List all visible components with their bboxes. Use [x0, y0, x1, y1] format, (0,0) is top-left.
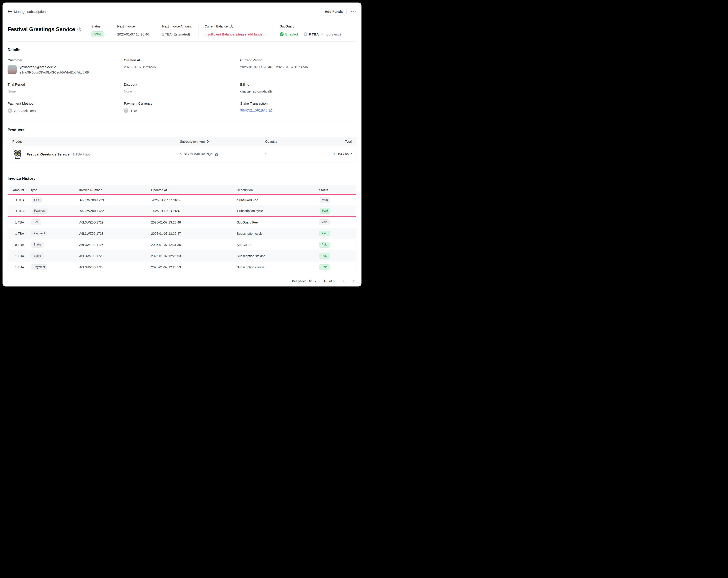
invoice-status-cell: Paid	[315, 208, 356, 213]
payment-method-icon: A	[7, 108, 12, 113]
invoice-updated-at: 2025-01-07 13:26:48	[147, 221, 233, 224]
divider	[274, 25, 274, 37]
payment-currency-icon: T	[124, 108, 128, 113]
field-trial-period: Trial Period None	[7, 82, 124, 93]
field-current-period: Current Period 2025-01-07 14:26:46 ~ 202…	[240, 58, 357, 74]
invoice-status-badge: Paid	[319, 253, 330, 259]
invoice-description: SubGuard Fee	[233, 198, 315, 202]
invoice-number: A6L3WZ00-1732	[76, 209, 148, 213]
invoice-status-badge: Paid	[319, 208, 330, 213]
invoice-type-cell: Stake	[27, 253, 75, 259]
per-page-select[interactable]: 10	[309, 279, 317, 283]
arrow-left-icon	[7, 10, 12, 13]
product-name: Festival Greetings Service	[27, 152, 70, 156]
field-billing: Billing charge_automatically	[240, 82, 357, 93]
subscription-header: Festival Greetings Service Status Active…	[7, 24, 357, 37]
dot-icon	[351, 11, 352, 12]
invoice-description: Subscription cycle	[233, 232, 315, 235]
product-price: 1 TBA / hour	[73, 152, 92, 156]
invoice-number: A6L3WZ00-1728	[75, 232, 147, 235]
top-bar: Manage subscriptions Add Funds	[7, 7, 357, 15]
created-at-value: 2025-01-07 12:26:46	[124, 65, 240, 69]
add-funds-button[interactable]: Add Funds	[321, 8, 346, 15]
tba-coin-icon: T	[304, 32, 308, 36]
product-total: 1 TBA / hour	[316, 152, 356, 156]
invoice-type-cell: Payment	[27, 231, 75, 236]
header-stats: Status Active Next Invoice 2025-01-07 15…	[92, 24, 341, 37]
invoice-history-heading: Invoice History	[7, 176, 357, 181]
subscription-detail-page: Manage subscriptions Add Funds Festival …	[2, 2, 362, 286]
invoice-description: SubGuard	[233, 243, 315, 247]
stat-next-invoice-value: 2025-01-07 15:26:46	[117, 31, 149, 37]
stat-subguard-label: SubGuard	[280, 25, 341, 28]
field-customer: Customer yexiaofang@arcblock.io z1no9R6q…	[7, 58, 124, 74]
products-heading: Products	[7, 128, 357, 132]
invoice-status-badge: Paid	[319, 264, 330, 270]
per-page-label: Per page:	[292, 279, 306, 283]
invoice-type-badge: Payment	[32, 208, 48, 213]
trial-period-value: None	[7, 89, 124, 93]
product-row: Festival Greetings Service 1 TBA / hour …	[8, 146, 356, 162]
back-to-manage-subscriptions[interactable]: Manage subscriptions	[7, 9, 47, 14]
invoice-number: A6L3WZ00-1725	[75, 243, 147, 247]
invoice-status-badge: Void	[319, 219, 330, 225]
divider	[301, 32, 301, 36]
discount-value: None	[124, 89, 240, 93]
invoice-updated-at: 2025-01-07 14:26:50	[148, 198, 233, 202]
details-grid: Customer yexiaofang@arcblock.io z1no9R6q…	[7, 58, 357, 121]
external-link-icon	[269, 108, 272, 112]
billing-value: charge_automatically	[240, 89, 357, 93]
stat-next-invoice: Next Invoice 2025-01-07 15:26:46	[117, 24, 149, 37]
invoice-updated-at: 2025-01-07 14:26:49	[148, 209, 233, 213]
next-page-button[interactable]	[350, 278, 357, 284]
invoice-description: Subscription create	[233, 266, 315, 269]
stake-transaction-link[interactable]: 96A052...5F1BA5	[240, 108, 272, 112]
invoice-number: A6L3WZ00-1723	[75, 266, 147, 269]
invoice-status-cell: Void	[315, 197, 356, 203]
info-icon[interactable]	[77, 27, 81, 31]
invoice-table-header: Amount type Invoice Number Updated At De…	[8, 186, 356, 194]
stat-current-balance-label: Current Balance	[205, 25, 228, 28]
invoice-type-cell: Payment	[27, 208, 76, 213]
invoice-updated-at: 2025-01-07 12:31:36	[147, 243, 233, 247]
invoice-description: SubGuard Fee	[233, 221, 315, 224]
insufficient-balance-link[interactable]: Insufficient Balance, please add funds→	[205, 31, 267, 37]
invoice-status-cell: Paid	[315, 264, 356, 270]
subguard-amount: 8 TBA	[309, 32, 319, 36]
invoice-description: Subscription staking	[233, 254, 315, 258]
customer-avatar[interactable]	[7, 65, 17, 74]
section-divider	[7, 170, 357, 170]
products-table-header: Product Subscription Item ID Quantity To…	[8, 137, 356, 146]
invoice-number: A6L3WZ00-1723	[75, 254, 147, 258]
pagination: Per page: 10 1-6 of 6	[7, 278, 357, 284]
chevron-left-icon	[342, 279, 346, 283]
invoice-table-body: 1 TBAFeeA6L3WZ00-17332025-01-07 14:26:50…	[8, 194, 356, 273]
field-created-at: Created At 2025-01-07 12:26:46	[124, 58, 240, 74]
invoice-updated-at: 2025-01-07 13:26:47	[147, 232, 233, 235]
invoice-status-badge: Void	[319, 197, 330, 203]
invoice-amount: 1 TBA	[8, 266, 27, 269]
invoice-type-badge: Fee	[31, 219, 41, 225]
subguard-estimate: (4 hours est.)	[321, 32, 341, 36]
invoice-updated-at: 2025-01-07 12:26:53	[147, 266, 233, 269]
invoice-status-cell: Paid	[315, 242, 356, 248]
invoice-amount: 1 TBA	[8, 221, 27, 224]
stat-subguard: SubGuard Enabled T 8 TBA (4 hours est.)	[280, 24, 341, 37]
stat-next-invoice-label: Next Invoice	[117, 25, 149, 28]
back-link-label: Manage subscriptions	[14, 9, 47, 14]
invoice-status-cell: Paid	[315, 231, 356, 236]
invoice-type-cell: Payment	[27, 264, 75, 270]
info-icon[interactable]	[230, 25, 233, 28]
subscription-item-id: si_sLYYHh4K1nOzQn	[180, 152, 212, 156]
more-options-button[interactable]	[350, 9, 357, 14]
copy-icon[interactable]	[214, 152, 218, 156]
prev-page-button[interactable]	[340, 278, 347, 284]
customer-did: z1no9R6qurQfVu9L4SCzgfGWb4DXfAkg5R9	[20, 70, 89, 74]
arrow-right-icon: →	[263, 32, 267, 36]
stat-next-invoice-amount: Next Invoice Amount 1 TBA (Estimated)	[162, 24, 191, 37]
invoice-type-cell: Fee	[27, 197, 76, 203]
invoice-status-badge: Paid	[319, 231, 330, 236]
payment-currency-value: TBA	[130, 109, 137, 113]
stat-next-invoice-amount-label: Next Invoice Amount	[162, 25, 191, 28]
invoice-row: 1 TBAPaymentA6L3WZ00-17322025-01-07 14:2…	[8, 205, 356, 217]
